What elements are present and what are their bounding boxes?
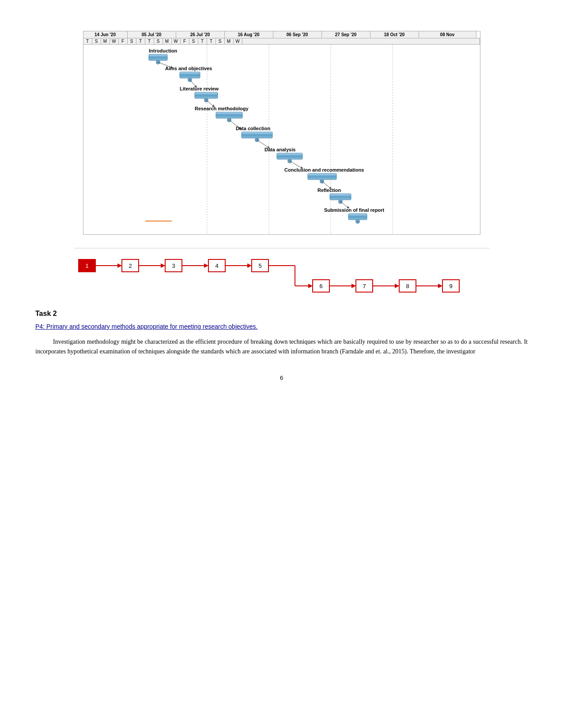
svg-text:2: 2 [128,263,132,269]
svg-rect-18 [216,112,242,118]
svg-marker-61 [308,284,313,288]
svg-line-16 [206,100,214,106]
gantt-sub-F2: F [181,38,189,44]
gantt-sub-T2: T [136,38,145,44]
svg-text:Aims and objectives: Aims and objectives [165,66,212,71]
svg-marker-55 [247,263,252,268]
svg-rect-14 [195,92,218,98]
svg-rect-6 [149,54,167,60]
gantt-sub-T4: T [198,38,207,44]
gantt-chart: 14 Jun '20 05 Jul '20 26 Jul '20 16 Aug … [83,31,480,235]
gantt-date-1: 14 Jun '20 [83,31,128,38]
task2-section: Task 2 P4: Primary and secondary methods… [35,310,528,357]
gantt-date-2: 05 Jul '20 [128,31,176,38]
gantt-sub-S1: S [92,38,101,44]
gantt-sub-T5: T [207,38,216,44]
svg-marker-43 [117,263,122,268]
svg-text:3: 3 [172,263,175,269]
gantt-sub-S4: S [189,38,198,44]
gantt-sub-S5: S [216,38,225,44]
svg-text:Research methodology: Research methodology [195,106,249,111]
svg-text:Conclusion and recommendations: Conclusion and recommendations [284,167,364,173]
gantt-body: Introduction Aims and objectives Literat… [83,45,480,234]
gantt-sub-M3: M [225,38,234,44]
svg-rect-38 [348,214,367,220]
gantt-date-4: 16 Aug '20 [225,31,273,38]
gantt-date-8: 08 Nov [419,31,476,38]
svg-text:6: 6 [319,283,322,289]
gantt-sub-S3: S [154,38,163,44]
svg-marker-51 [204,263,208,268]
svg-text:7: 7 [363,283,366,289]
svg-text:Reflection: Reflection [317,188,341,193]
svg-point-39 [355,219,360,224]
gantt-sub-header: T S M W F S T T S M W F S T T S M W [83,38,480,45]
gantt-sub-T3: T [145,38,154,44]
svg-rect-26 [277,153,302,159]
gantt-date-5: 06 Sep '20 [273,31,322,38]
gantt-sub-extra [242,38,480,44]
svg-text:Literature review: Literature review [180,86,219,91]
task2-paragraph: Investigation methodology might be chara… [35,337,528,357]
svg-rect-10 [180,72,200,78]
gantt-sub-F1: F [119,38,128,44]
svg-text:5: 5 [258,263,261,269]
gantt-sub-W1: W [110,38,119,44]
gantt-date-3: 26 Jul '20 [176,31,225,38]
page-number: 6 [35,375,528,381]
flow-diagram: 1 2 3 4 5 6 [74,248,489,296]
svg-marker-47 [161,263,165,268]
gantt-sub-M2: M [163,38,172,44]
svg-text:9: 9 [449,283,452,289]
svg-marker-69 [395,284,399,288]
task2-subheading: P4: Primary and secondary methods approp… [35,323,528,330]
svg-text:Introduction: Introduction [149,48,177,53]
gantt-header: 14 Jun '20 05 Jul '20 26 Jul '20 16 Aug … [83,31,480,38]
svg-text:8: 8 [406,283,409,289]
svg-marker-73 [438,284,442,288]
svg-rect-34 [330,194,351,200]
svg-text:Data analysis: Data analysis [264,147,295,152]
gantt-sub-T: T [83,38,92,44]
gantt-svg: Introduction Aims and objectives Literat… [83,45,480,234]
svg-text:1: 1 [85,263,88,269]
svg-marker-65 [351,284,356,288]
gantt-sub-S2: S [128,38,136,44]
svg-rect-22 [242,132,272,138]
task2-heading: Task 2 [35,310,528,318]
svg-text:Submission of final report: Submission of final report [324,207,385,213]
svg-line-36 [340,202,348,208]
gantt-sub-W2: W [172,38,181,44]
gantt-sub-W3: W [234,38,242,44]
svg-text:4: 4 [215,263,218,269]
flow-svg: 1 2 3 4 5 6 [74,255,489,299]
gantt-date-7: 18 Oct '20 [370,31,419,38]
svg-text:Data collection: Data collection [236,126,271,131]
gantt-date-6: 27 Sep '20 [322,31,370,38]
svg-rect-30 [308,173,336,180]
gantt-sub-M1: M [101,38,110,44]
